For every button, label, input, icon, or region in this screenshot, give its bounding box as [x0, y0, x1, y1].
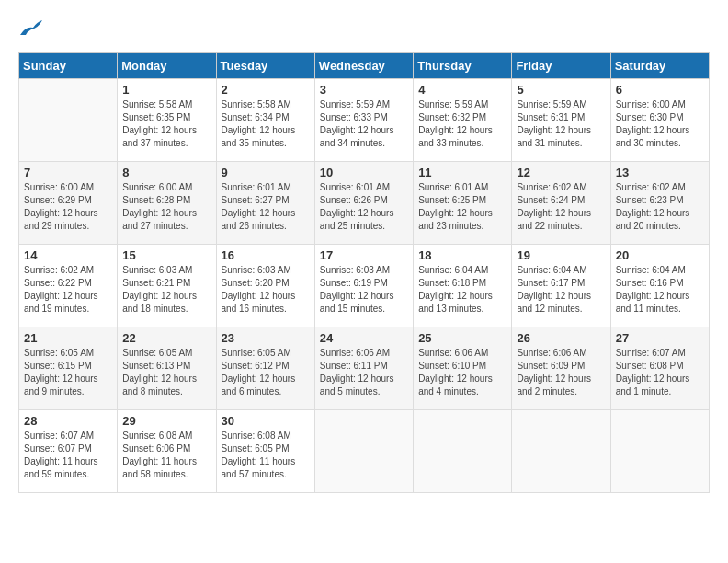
day-number: 4	[418, 83, 506, 97]
day-info: Sunrise: 5:59 AMSunset: 6:33 PMDaylight:…	[320, 98, 408, 150]
day-info: Sunrise: 6:04 AMSunset: 6:17 PMDaylight:…	[517, 264, 605, 316]
day-number: 24	[320, 331, 408, 345]
day-number: 25	[418, 331, 506, 345]
day-cell: 16Sunrise: 6:03 AMSunset: 6:20 PMDayligh…	[216, 245, 314, 327]
day-info: Sunrise: 5:59 AMSunset: 6:31 PMDaylight:…	[517, 98, 605, 150]
day-cell: 25Sunrise: 6:06 AMSunset: 6:10 PMDayligh…	[414, 327, 512, 410]
day-number: 5	[517, 83, 605, 97]
day-cell: 30Sunrise: 6:08 AMSunset: 6:05 PMDayligh…	[216, 410, 314, 493]
day-cell: 14Sunrise: 6:02 AMSunset: 6:22 PMDayligh…	[19, 245, 118, 327]
weekday-header-tuesday: Tuesday	[216, 53, 314, 79]
day-number: 10	[320, 166, 408, 179]
week-row-3: 14Sunrise: 6:02 AMSunset: 6:22 PMDayligh…	[19, 245, 710, 327]
day-info: Sunrise: 6:07 AMSunset: 6:07 PMDaylight:…	[24, 430, 112, 481]
day-cell: 1Sunrise: 5:58 AMSunset: 6:35 PMDaylight…	[118, 79, 216, 162]
day-cell: 21Sunrise: 6:05 AMSunset: 6:15 PMDayligh…	[19, 327, 118, 410]
day-number: 13	[616, 166, 704, 179]
day-number: 17	[320, 248, 408, 262]
day-number: 26	[517, 331, 605, 345]
day-number: 8	[122, 166, 210, 179]
calendar-table: SundayMondayTuesdayWednesdayThursdayFrid…	[18, 52, 710, 493]
day-cell: 13Sunrise: 6:02 AMSunset: 6:23 PMDayligh…	[610, 162, 709, 245]
day-cell: 29Sunrise: 6:08 AMSunset: 6:06 PMDayligh…	[118, 410, 216, 493]
day-info: Sunrise: 5:58 AMSunset: 6:34 PMDaylight:…	[222, 98, 310, 150]
day-number: 21	[24, 331, 112, 345]
day-info: Sunrise: 6:02 AMSunset: 6:24 PMDaylight:…	[517, 181, 605, 233]
day-info: Sunrise: 6:00 AMSunset: 6:30 PMDaylight:…	[616, 98, 704, 150]
day-cell: 15Sunrise: 6:03 AMSunset: 6:21 PMDayligh…	[118, 245, 216, 327]
day-info: Sunrise: 6:02 AMSunset: 6:23 PMDaylight:…	[616, 181, 704, 233]
day-cell: 23Sunrise: 6:05 AMSunset: 6:12 PMDayligh…	[216, 327, 314, 410]
day-cell	[314, 410, 413, 493]
day-cell: 19Sunrise: 6:04 AMSunset: 6:17 PMDayligh…	[512, 245, 610, 327]
day-cell: 18Sunrise: 6:04 AMSunset: 6:18 PMDayligh…	[414, 245, 512, 327]
day-number: 30	[222, 414, 310, 428]
logo-bird-icon	[18, 18, 44, 39]
day-cell: 3Sunrise: 5:59 AMSunset: 6:33 PMDaylight…	[314, 79, 413, 162]
day-cell: 22Sunrise: 6:05 AMSunset: 6:13 PMDayligh…	[118, 327, 216, 410]
day-cell: 27Sunrise: 6:07 AMSunset: 6:08 PMDayligh…	[610, 327, 709, 410]
day-number: 2	[222, 83, 310, 97]
day-number: 22	[122, 331, 210, 345]
day-number: 19	[517, 248, 605, 262]
day-info: Sunrise: 6:02 AMSunset: 6:22 PMDaylight:…	[24, 264, 112, 316]
day-cell	[512, 410, 610, 493]
header	[18, 18, 710, 43]
day-number: 15	[122, 248, 210, 262]
day-number: 28	[24, 414, 112, 428]
day-info: Sunrise: 6:01 AMSunset: 6:27 PMDaylight:…	[222, 181, 310, 233]
day-info: Sunrise: 6:03 AMSunset: 6:21 PMDaylight:…	[122, 264, 210, 316]
week-row-5: 28Sunrise: 6:07 AMSunset: 6:07 PMDayligh…	[19, 410, 710, 493]
logo	[18, 18, 44, 43]
day-info: Sunrise: 6:06 AMSunset: 6:10 PMDaylight:…	[418, 347, 506, 398]
day-cell: 17Sunrise: 6:03 AMSunset: 6:19 PMDayligh…	[314, 245, 413, 327]
day-info: Sunrise: 6:07 AMSunset: 6:08 PMDaylight:…	[616, 347, 704, 398]
day-info: Sunrise: 6:05 AMSunset: 6:13 PMDaylight:…	[122, 347, 210, 398]
day-number: 11	[418, 166, 506, 179]
day-cell: 11Sunrise: 6:01 AMSunset: 6:25 PMDayligh…	[414, 162, 512, 245]
day-info: Sunrise: 6:04 AMSunset: 6:16 PMDaylight:…	[616, 264, 704, 316]
day-number: 3	[320, 83, 408, 97]
day-cell	[19, 79, 118, 162]
day-cell: 9Sunrise: 6:01 AMSunset: 6:27 PMDaylight…	[216, 162, 314, 245]
day-cell: 5Sunrise: 5:59 AMSunset: 6:31 PMDaylight…	[512, 79, 610, 162]
day-info: Sunrise: 6:08 AMSunset: 6:05 PMDaylight:…	[222, 430, 310, 481]
weekday-header-friday: Friday	[512, 53, 610, 79]
day-info: Sunrise: 6:05 AMSunset: 6:12 PMDaylight:…	[222, 347, 310, 398]
day-number: 18	[418, 248, 506, 262]
day-cell: 24Sunrise: 6:06 AMSunset: 6:11 PMDayligh…	[314, 327, 413, 410]
weekday-header-monday: Monday	[118, 53, 216, 79]
day-number: 1	[122, 83, 210, 97]
day-number: 12	[517, 166, 605, 179]
day-info: Sunrise: 5:58 AMSunset: 6:35 PMDaylight:…	[122, 98, 210, 150]
day-cell: 10Sunrise: 6:01 AMSunset: 6:26 PMDayligh…	[314, 162, 413, 245]
day-cell	[414, 410, 512, 493]
weekday-header-thursday: Thursday	[414, 53, 512, 79]
day-info: Sunrise: 6:03 AMSunset: 6:20 PMDaylight:…	[222, 264, 310, 316]
day-cell: 6Sunrise: 6:00 AMSunset: 6:30 PMDaylight…	[610, 79, 709, 162]
day-number: 7	[24, 166, 112, 179]
weekday-header-sunday: Sunday	[19, 53, 118, 79]
day-cell	[610, 410, 709, 493]
week-row-2: 7Sunrise: 6:00 AMSunset: 6:29 PMDaylight…	[19, 162, 710, 245]
day-info: Sunrise: 6:04 AMSunset: 6:18 PMDaylight:…	[418, 264, 506, 316]
day-cell: 26Sunrise: 6:06 AMSunset: 6:09 PMDayligh…	[512, 327, 610, 410]
day-cell: 7Sunrise: 6:00 AMSunset: 6:29 PMDaylight…	[19, 162, 118, 245]
day-number: 27	[616, 331, 704, 345]
day-number: 16	[222, 248, 310, 262]
day-number: 14	[24, 248, 112, 262]
day-cell: 8Sunrise: 6:00 AMSunset: 6:28 PMDaylight…	[118, 162, 216, 245]
day-info: Sunrise: 6:06 AMSunset: 6:11 PMDaylight:…	[320, 347, 408, 398]
day-cell: 12Sunrise: 6:02 AMSunset: 6:24 PMDayligh…	[512, 162, 610, 245]
day-info: Sunrise: 6:06 AMSunset: 6:09 PMDaylight:…	[517, 347, 605, 398]
day-info: Sunrise: 6:05 AMSunset: 6:15 PMDaylight:…	[24, 347, 112, 398]
day-number: 29	[122, 414, 210, 428]
day-number: 20	[616, 248, 704, 262]
week-row-1: 1Sunrise: 5:58 AMSunset: 6:35 PMDaylight…	[19, 79, 710, 162]
day-cell: 4Sunrise: 5:59 AMSunset: 6:32 PMDaylight…	[414, 79, 512, 162]
week-row-4: 21Sunrise: 6:05 AMSunset: 6:15 PMDayligh…	[19, 327, 710, 410]
day-cell: 2Sunrise: 5:58 AMSunset: 6:34 PMDaylight…	[216, 79, 314, 162]
day-number: 9	[222, 166, 310, 179]
day-info: Sunrise: 6:00 AMSunset: 6:28 PMDaylight:…	[122, 181, 210, 233]
day-info: Sunrise: 6:03 AMSunset: 6:19 PMDaylight:…	[320, 264, 408, 316]
